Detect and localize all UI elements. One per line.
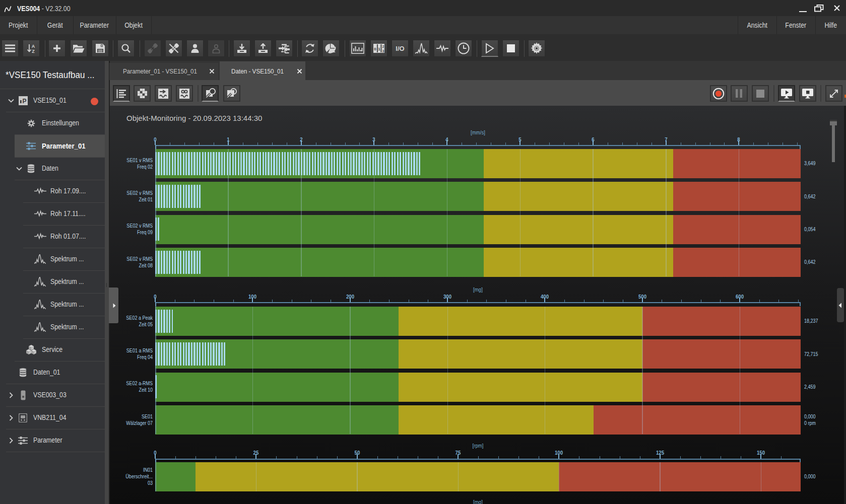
- svg-text:Z: Z: [32, 49, 35, 53]
- svg-text:2: 2: [382, 45, 384, 48]
- svg-text:0: 0: [374, 47, 376, 51]
- svg-text:3: 3: [382, 49, 384, 53]
- svg-text:A: A: [32, 44, 35, 49]
- svg-text:P: P: [22, 97, 26, 104]
- svg-text:1: 1: [378, 47, 380, 51]
